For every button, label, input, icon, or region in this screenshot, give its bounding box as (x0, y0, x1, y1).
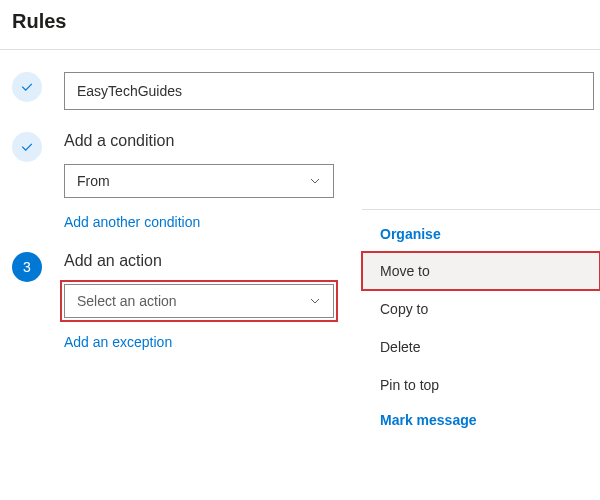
chevron-down-icon (309, 295, 321, 307)
menu-section-organise: Organise (362, 218, 600, 252)
check-icon (20, 140, 34, 154)
step-name (0, 58, 600, 118)
chevron-down-icon (309, 175, 321, 187)
step-indicator-action: 3 (12, 252, 42, 282)
panel-header: Rules (0, 0, 600, 49)
step-title-condition: Add a condition (64, 132, 588, 150)
action-select[interactable]: Select an action (64, 284, 334, 318)
divider (0, 49, 600, 50)
menu-item-pin-to-top[interactable]: Pin to top (362, 366, 600, 404)
check-icon (20, 80, 34, 94)
menu-item-delete[interactable]: Delete (362, 328, 600, 366)
add-another-condition-link[interactable]: Add another condition (64, 214, 200, 230)
menu-item-move-to[interactable]: Move to (362, 252, 600, 290)
menu-item-copy-to[interactable]: Copy to (362, 290, 600, 328)
page-title: Rules (12, 10, 588, 33)
add-exception-link[interactable]: Add an exception (64, 334, 172, 350)
rule-name-input[interactable] (64, 72, 594, 110)
step-indicator-condition (12, 132, 42, 162)
step-indicator-name (12, 72, 42, 102)
action-select-placeholder: Select an action (77, 293, 309, 309)
action-menu: Organise Move to Copy to Delete Pin to t… (362, 209, 600, 442)
step-number: 3 (23, 259, 31, 275)
condition-select-value: From (77, 173, 309, 189)
menu-section-mark-message: Mark message (362, 404, 600, 438)
condition-select[interactable]: From (64, 164, 334, 198)
